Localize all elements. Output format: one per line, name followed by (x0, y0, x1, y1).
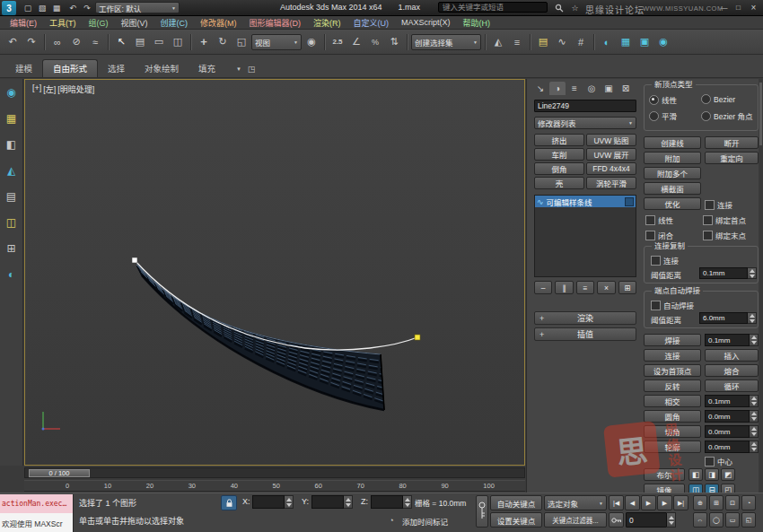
modifier-button-uvw-map[interactable]: UVW 贴图 (586, 134, 636, 146)
curve-editor-icon[interactable]: ∿ (553, 33, 571, 51)
weld-button[interactable]: 焊接 (644, 334, 701, 346)
zoom-extents-icon[interactable]: ⊡ (725, 495, 740, 510)
mirror-both-icon[interactable]: ◰ (721, 484, 735, 493)
select-object-icon[interactable]: ↖ (112, 33, 130, 51)
cross-section-button[interactable]: 横截面 (644, 182, 701, 195)
ribbon-tab-modeling[interactable]: 建模 (5, 60, 42, 77)
connect-checkbox[interactable]: 连接 (705, 199, 732, 210)
align-icon[interactable]: ≡ (508, 33, 526, 51)
mirror-button[interactable]: 镜像 (644, 484, 685, 493)
bind-last-checkbox[interactable]: 绑定末点 (703, 230, 746, 240)
create-line-button[interactable]: 创建线 (644, 136, 701, 149)
angle-snap-icon[interactable]: ∠ (347, 33, 365, 51)
cross-insert-button[interactable]: 相交 (644, 395, 701, 407)
window-crossing-icon[interactable]: ◫ (169, 33, 187, 51)
percent-snap-icon[interactable]: % (366, 33, 384, 51)
spinner-arrows[interactable] (748, 312, 757, 324)
track-bar[interactable]: 0 10 20 30 40 50 60 70 80 90 100 (24, 480, 525, 492)
bind-spacewarp-icon[interactable]: ≈ (86, 33, 104, 51)
ribbon-tab-populate[interactable]: 填充 (189, 60, 225, 77)
radio-bezier-corner[interactable]: Bezier 角点 (701, 110, 752, 121)
key-mode-toggle[interactable] (609, 512, 624, 528)
spinner-arrows[interactable] (750, 395, 759, 407)
break-button[interactable]: 断开 (705, 136, 759, 149)
orbit-icon[interactable]: ◯ (709, 512, 724, 528)
modifier-button-shell[interactable]: 壳 (534, 177, 584, 189)
make-first-button[interactable]: 设为首顶点 (644, 364, 701, 377)
checkbox-box[interactable] (705, 200, 715, 210)
material-editor-icon[interactable]: ◐ (598, 33, 616, 51)
radio-bezier[interactable]: Bezier (701, 94, 735, 104)
time-slider-track[interactable]: 0 / 100 (24, 467, 525, 478)
modifier-button-extrude[interactable]: 挤出 (534, 134, 584, 146)
tile-roof-object[interactable] (136, 264, 384, 410)
checkbox-box[interactable] (651, 301, 661, 310)
fillet-spinner[interactable]: 0.0mm (705, 410, 759, 423)
outline-button[interactable]: 轮廓 (644, 440, 701, 453)
stack-item-editable-spline[interactable]: ∿ 可编辑样条线 (535, 196, 636, 207)
pan-view-icon[interactable]: ⇔ (693, 512, 707, 528)
next-frame-button[interactable]: ▶ (657, 495, 672, 510)
open-file-icon[interactable]: ▧ (36, 2, 48, 14)
go-to-start-button[interactable]: |◀ (609, 495, 624, 510)
chamfer-spinner[interactable]: 0.0mm (705, 425, 759, 438)
redo-scene-icon[interactable]: ↷ (22, 33, 40, 51)
checkbox-box[interactable] (651, 256, 661, 266)
maximize-button[interactable]: □ (732, 2, 744, 13)
radio-dot[interactable] (701, 94, 711, 104)
outline-spinner[interactable]: 0.0mm (705, 440, 759, 453)
mirror-horizontal-icon[interactable]: ◫ (688, 484, 703, 493)
rollout-interpolation[interactable]: + 插值 (534, 327, 636, 341)
checkbox-box[interactable] (703, 215, 713, 225)
spinner-arrows[interactable] (750, 440, 759, 453)
rotate-icon[interactable]: ↻ (214, 33, 232, 51)
radio-dot[interactable] (649, 111, 659, 121)
dock-tool-icon-4[interactable]: ◭ (4, 162, 20, 179)
viewport-menu-view[interactable]: [左] (43, 83, 56, 95)
undo-scene-icon[interactable]: ↶ (4, 33, 22, 51)
menu-edit[interactable]: 编辑(E) (4, 17, 43, 29)
mirror-icon[interactable]: ◭ (489, 33, 507, 51)
modifier-button-ffd[interactable]: FFD 4x4x4 (586, 162, 636, 175)
rect-selection-region-icon[interactable]: ▭ (150, 33, 168, 51)
auto-weld-checkbox[interactable]: 自动焊接 (651, 300, 694, 310)
radio-dot[interactable] (701, 111, 711, 121)
connect-threshold-spinner[interactable]: 0.1mm (699, 267, 757, 279)
refine-button[interactable]: 优化 (644, 197, 701, 210)
boolean-union-icon[interactable]: ◧ (688, 468, 703, 481)
select-by-name-icon[interactable]: ▤ (131, 33, 149, 51)
listener-line[interactable]: 欢迎使用 MAXScr (0, 513, 73, 532)
fuse-button[interactable]: 熔合 (705, 364, 759, 377)
reference-coordinate-dropdown[interactable]: 视图 ▼ (251, 34, 302, 50)
auto-key-button[interactable]: 自动关键点 (490, 495, 542, 510)
radio-dot[interactable] (649, 95, 659, 105)
undo-icon[interactable]: ↶ (66, 2, 79, 14)
configure-modifier-sets-icon[interactable]: ⊞ (618, 281, 636, 294)
reverse-button[interactable]: 反转 (644, 379, 701, 392)
center-checkbox[interactable]: 中心 (705, 456, 732, 467)
time-tag-icon[interactable]: ◔ (384, 513, 399, 528)
schematic-view-icon[interactable]: # (572, 33, 590, 51)
render-production-icon[interactable]: ◉ (654, 33, 672, 51)
save-file-icon[interactable]: ▦ (50, 2, 63, 14)
search-icon[interactable] (553, 2, 566, 13)
modifier-button-unwrap[interactable]: UVW 展开 (586, 148, 636, 161)
close-button[interactable]: × (748, 2, 759, 13)
radio-smooth[interactable]: 平滑 (649, 110, 677, 121)
hierarchy-tab-icon[interactable]: ≡ (566, 82, 583, 95)
frame-spinner-arrows[interactable] (667, 512, 676, 528)
spinner-arrows[interactable] (344, 495, 353, 509)
play-button[interactable]: ▶ (641, 495, 656, 510)
selection-lock-toggle[interactable] (221, 495, 237, 510)
y-coordinate-field[interactable] (311, 495, 353, 509)
menu-tools[interactable]: 工具(T) (43, 17, 83, 29)
pin-stack-icon[interactable]: – (534, 281, 552, 294)
snap-toggle-icon[interactable]: 2.5 (329, 33, 346, 51)
checkbox-box[interactable] (645, 215, 655, 225)
zoom-icon[interactable]: ⊕ (693, 495, 707, 510)
remove-modifier-icon[interactable]: × (597, 281, 615, 294)
spline-vertex-start[interactable] (132, 257, 137, 263)
motion-tab-icon[interactable]: ◎ (583, 82, 600, 95)
modifier-button-turbosmooth[interactable]: 涡轮平滑 (586, 177, 636, 189)
connect-copy-checkbox[interactable]: 连接 (651, 255, 679, 266)
